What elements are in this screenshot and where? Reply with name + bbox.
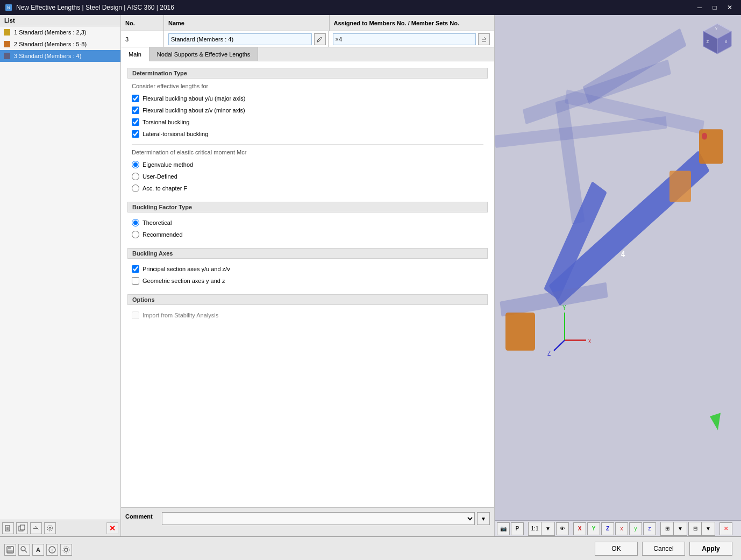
tool-save-button[interactable] [4, 544, 16, 556]
vp-display-dropdown[interactable]: ▼ [674, 522, 687, 535]
apply-button[interactable]: Apply [689, 542, 732, 556]
options-header: Options [127, 294, 488, 305]
divider-1 [132, 144, 483, 145]
comment-button[interactable]: ▼ [477, 512, 490, 525]
sidebar-item-label-2: 2 Standard (Members : 5-8) [14, 41, 87, 47]
svg-text:Y: Y [562, 304, 566, 311]
mcr-label: Determination of elastic critical moment… [132, 149, 483, 155]
vp-filter-button[interactable]: ⊟ [689, 522, 702, 535]
viewport-toolbar: 📷 P 1:1 ▼ 👁 X Y Z x y z ⊞ ▼ [495, 520, 741, 536]
settings-icon [46, 524, 54, 532]
col-header-assigned: Assigned to Members No. / Member Sets No… [330, 15, 495, 31]
item-icon-2 [3, 40, 11, 48]
sidebar: List 1 Standard (Members : 2,3) 2 Standa… [0, 15, 121, 536]
svg-line-12 [35, 526, 39, 529]
vp-axis-xl-button[interactable]: x [615, 522, 628, 535]
svg-point-26 [702, 133, 707, 140]
assigned-edit-button[interactable] [478, 33, 490, 45]
tab-nodal[interactable]: Nodal Supports & Effective Lengths [149, 47, 258, 61]
flexural-yu-label: Flexural buckling about y/u (major axis) [142, 95, 245, 102]
sidebar-item-label-3: 3 Standard (Members : 4) [14, 53, 81, 59]
vp-view-button[interactable]: 👁 [556, 522, 569, 535]
assigned-edit-icon [481, 36, 487, 42]
vp-axis-x-button[interactable]: X [573, 522, 586, 535]
user-defined-label: User-Defined [142, 173, 177, 180]
vp-axis-y-button[interactable]: Y [587, 522, 600, 535]
section-buckling-axes: Buckling Axes Principal section axes y/u… [127, 248, 488, 287]
vp-axis-zl-button[interactable]: z [643, 522, 656, 535]
sidebar-item-2[interactable]: 2 Standard (Members : 5-8) [0, 38, 120, 50]
copy-item-button[interactable] [16, 522, 28, 534]
search-icon [20, 545, 28, 554]
vp-filter-dropdown[interactable]: ▼ [702, 522, 715, 535]
section-options: Options Import from Stability Analysis [127, 294, 488, 321]
flexural-zv-checkbox[interactable] [132, 107, 139, 114]
new-icon [4, 524, 12, 532]
bottom-left-tools: A i [4, 544, 72, 556]
sidebar-list: 1 Standard (Members : 2,3) 2 Standard (M… [0, 26, 120, 520]
ok-button[interactable]: OK [595, 542, 638, 556]
info-icon: i [48, 545, 56, 554]
settings-button[interactable] [44, 522, 56, 534]
app-icon: N [4, 3, 13, 12]
acc-chapter-f-radio[interactable] [132, 185, 139, 192]
eigenvalue-label: Eigenvalue method [142, 161, 193, 168]
assigned-input[interactable] [333, 33, 476, 45]
consider-label: Consider effective lengths for [132, 83, 483, 89]
value-assigned-cell [329, 31, 495, 47]
radio-theoretical: Theoretical [132, 217, 483, 229]
content-area: List 1 Standard (Members : 2,3) 2 Standa… [0, 15, 741, 536]
delete-button[interactable]: ✕ [106, 522, 118, 534]
flexural-yu-checkbox[interactable] [132, 95, 139, 102]
comment-dropdown[interactable] [162, 512, 475, 525]
name-input[interactable] [168, 33, 312, 45]
torsional-label: Torsional buckling [142, 119, 189, 125]
buckling-factor-type-content: Theoretical Recommended [127, 217, 488, 240]
restore-button[interactable]: □ [708, 2, 722, 13]
vp-axis-z-button[interactable]: Z [601, 522, 614, 535]
rename-icon [32, 524, 40, 532]
vp-display-button[interactable]: ⊞ [661, 522, 674, 535]
principal-axes-checkbox[interactable] [132, 265, 139, 273]
theoretical-radio[interactable] [132, 219, 139, 226]
cancel-button[interactable]: Cancel [642, 542, 685, 556]
minimize-button[interactable]: ─ [693, 2, 707, 13]
acc-chapter-f-label: Acc. to chapter F [142, 185, 187, 192]
vp-close-button[interactable]: ✕ [719, 522, 732, 535]
svg-point-14 [47, 526, 53, 531]
vp-scale-button[interactable]: 1:1 [529, 522, 542, 535]
tab-main[interactable]: Main [121, 47, 149, 61]
svg-text:4: 4 [621, 249, 625, 259]
radio-recommended: Recommended [132, 229, 483, 240]
tab-bar: Main Nodal Supports & Effective Lengths [121, 47, 494, 61]
viewport: x Y Z 4 [495, 15, 741, 536]
viewport-canvas[interactable]: x Y Z 4 [495, 15, 741, 520]
lateral-torsional-checkbox[interactable] [132, 130, 139, 138]
svg-text:N: N [7, 5, 10, 10]
sidebar-item-3[interactable]: 3 Standard (Members : 4) [0, 50, 120, 62]
tool-settings2-button[interactable] [60, 544, 72, 556]
svg-rect-3 [4, 41, 10, 47]
tool-font-button[interactable]: A [32, 544, 44, 556]
tool-info-button[interactable]: i [46, 544, 58, 556]
close-button[interactable]: ✕ [723, 2, 737, 13]
vp-camera-button[interactable]: 📷 [497, 522, 510, 535]
cube-indicator[interactable]: Y Z X [700, 22, 735, 56]
recommended-radio[interactable] [132, 231, 139, 238]
torsional-checkbox[interactable] [132, 118, 139, 126]
vp-render-button[interactable]: P [511, 522, 524, 535]
tool-search-button[interactable] [18, 544, 30, 556]
item-icon-1 [3, 29, 11, 36]
sidebar-item-1[interactable]: 1 Standard (Members : 2,3) [0, 26, 120, 38]
eigenvalue-radio[interactable] [132, 161, 139, 168]
rename-item-button[interactable] [30, 522, 42, 534]
name-edit-button[interactable] [314, 33, 326, 45]
user-defined-radio[interactable] [132, 173, 139, 180]
structural-scene: x Y Z 4 [495, 15, 741, 520]
new-item-button[interactable] [2, 522, 14, 534]
import-stability-label: Import from Stability Analysis [142, 312, 218, 318]
geometric-axes-checkbox[interactable] [132, 277, 139, 285]
vp-scale-dropdown[interactable]: ▼ [542, 522, 554, 535]
vp-filter-group: ⊟ ▼ [688, 522, 715, 536]
vp-axis-yl-button[interactable]: y [629, 522, 642, 535]
